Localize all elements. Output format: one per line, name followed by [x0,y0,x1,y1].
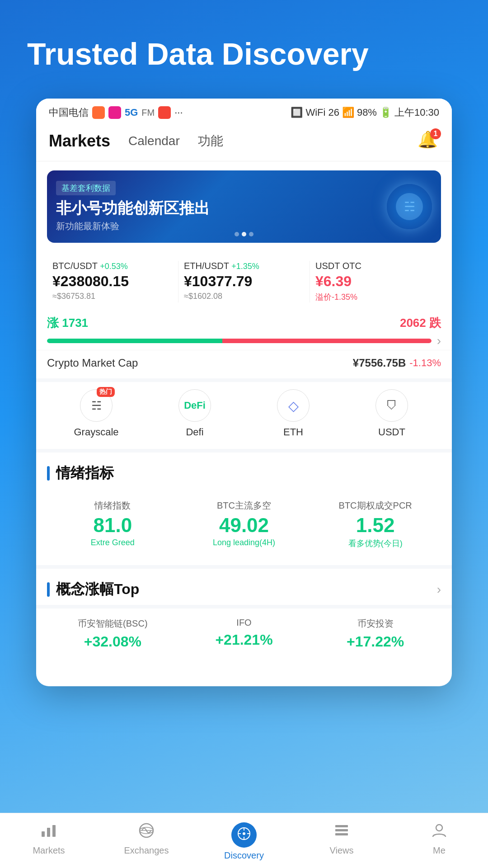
price-eth[interactable]: ETH/USDT +1.35% ¥10377.79 ≈$1602.08 [178,261,310,302]
promo-banner[interactable]: 基差套利数据 非小号功能创新区推出 新功能最新体验 ☵ [47,170,441,243]
bottom-nav: Markets Exchanges [0,813,488,868]
market-cap-row: Crypto Market Cap ¥7556.75B -1.13% [36,350,452,378]
sent-value-1: 49.02 [180,515,308,535]
nav-markets[interactable]: Markets [49,132,110,151]
banner-dot-2 [242,232,246,236]
breadth-bar [47,339,432,343]
app-icon-1 [92,106,105,119]
grayscale-icon: ☵ 热门 [80,389,113,422]
status-bar: 中国电信 5G FM ··· 🔲 WiFi 26 📶 98% 🔋 上午10:30 [36,99,452,123]
gainer-label-2: 币安投资 [311,618,439,630]
cat-usdt[interactable]: ⛉ USDT [343,389,441,438]
me-icon [431,822,447,843]
sent-value-0: 81.0 [49,515,177,535]
nav-item-exchanges[interactable]: Exchanges [98,822,195,861]
5g-label: 5G [125,107,138,118]
gainer-value-1: +21.21% [180,632,308,648]
gainers-title: 概念涨幅Top [56,580,139,599]
gainer-ifo[interactable]: IFO +21.21% [178,614,310,654]
price-btc[interactable]: BTC/USDT +0.53% ¥238080.15 ≈$36753.81 [47,261,178,302]
gainers-grid: 币安智能链(BSC) +32.08% IFO +21.21% 币安投资 +17.… [47,614,441,654]
network-label: 26 [328,107,339,118]
banner-dot-3 [249,232,253,236]
defi-label: Defi [186,426,203,438]
gainer-value-0: +32.08% [49,633,177,650]
cap-value: ¥7556.75B [353,357,406,369]
app-icon-3 [158,106,171,119]
usdt-icon-wrap: ⛉ [375,389,408,422]
svg-rect-2 [52,825,56,837]
sent-sub-2: 看多优势(今日) [311,538,439,549]
nav-item-discovery[interactable]: Discovery [195,822,293,861]
sentiment-grid: 情绪指数 81.0 Extre Greed BTC主流多空 49.02 Long… [47,494,441,554]
banner-dot-1 [235,232,239,236]
nav-calendar[interactable]: Calendar [128,134,180,148]
eth-label: ETH [283,426,303,438]
nav-item-markets[interactable]: Markets [0,822,98,861]
gainers-section-bar [47,582,50,597]
sentiment-pcr[interactable]: BTC期权成交PCR 1.52 看多优势(今日) [310,494,441,554]
gainer-bsc[interactable]: 币安智能链(BSC) +32.08% [47,614,178,654]
defi-icon-wrap: DeFi [178,389,211,422]
cap-label: Crypto Market Cap [47,357,138,369]
svg-rect-12 [335,825,348,827]
markets-icon [41,822,57,843]
bell-badge: 1 [430,128,441,139]
btc-usd: ≈$36753.81 [52,292,173,301]
cat-grayscale[interactable]: ☵ 热门 Grayscale [47,389,145,438]
banner-title: 非小号功能创新区推出 [56,199,378,217]
usdt-shield-icon: ⛉ [386,399,398,413]
usdt-pair: USDT OTC [315,261,436,271]
nav-label-views: Views [330,845,354,856]
hero-section: Trusted Data Discovery [0,0,488,99]
nav-features[interactable]: 功能 [198,132,223,150]
svg-rect-0 [42,831,45,837]
status-left: 中国电信 5G FM ··· [49,106,183,119]
sent-sub-1: Long leading(4H) [180,538,308,547]
breadth-down: 2062 跌 [400,315,441,331]
status-right: 🔲 WiFi 26 📶 98% 🔋 上午10:30 [291,106,439,119]
nav-item-views[interactable]: Views [293,822,390,861]
svg-rect-13 [335,829,348,831]
discovery-active-bg [231,822,257,848]
nav-item-me[interactable]: Me [390,822,488,861]
nav-bell-button[interactable]: 🔔 1 [418,130,439,152]
sentiment-fear-greed[interactable]: 情绪指数 81.0 Extre Greed [47,494,178,554]
cat-defi[interactable]: DeFi Defi [145,389,244,438]
hot-badge: 热门 [97,387,115,397]
breadth-green-bar [47,339,222,343]
svg-rect-1 [47,828,50,837]
dots: ··· [174,107,183,118]
sent-value-2: 1.52 [311,515,439,535]
gainer-label-1: IFO [180,618,308,628]
hero-title: Trusted Data Discovery [0,0,488,99]
signal-icon: 🔲 [291,107,303,118]
gainer-label-0: 币安智能链(BSC) [49,618,177,630]
fm-label: FM [141,108,155,118]
banner-dots [235,232,253,236]
eth-change: +1.35% [231,262,259,271]
usdt-label: USDT [378,426,405,438]
banner-sub: 新功能最新体验 [56,220,378,232]
sentiment-header: 情绪指标 [36,449,452,489]
cat-eth[interactable]: ◇ ETH [244,389,343,438]
gainers-arrow-icon[interactable]: › [437,582,441,597]
gainer-value-2: +17.22% [311,633,439,650]
breadth-arrow-icon[interactable]: › [437,334,441,348]
eth-usd: ≈$1602.08 [184,292,304,301]
gainer-binance-invest[interactable]: 币安投资 +17.22% [310,614,441,654]
eth-icon: ◇ [288,398,299,414]
carrier-label: 中国电信 [49,106,89,119]
sentiment-btc-ls[interactable]: BTC主流多空 49.02 Long leading(4H) [178,494,310,554]
nav-bar: Markets Calendar 功能 🔔 1 [36,123,452,161]
price-section: BTC/USDT +0.53% ¥238080.15 ≈$36753.81 ET… [36,252,452,311]
price-usdt[interactable]: USDT OTC ¥6.39 溢价-1.35% [310,261,441,302]
nav-label-me: Me [433,845,446,856]
gainers-section: 币安智能链(BSC) +32.08% IFO +21.21% 币安投资 +17.… [36,605,452,665]
breadth-up: 涨 1731 [47,315,88,331]
section-bar [47,466,50,481]
cap-change: -1.13% [409,357,441,369]
breadth-red-bar [222,339,431,343]
banner-text: 基差套利数据 非小号功能创新区推出 新功能最新体验 [56,181,378,232]
cell-signal: 📶 [342,107,354,118]
